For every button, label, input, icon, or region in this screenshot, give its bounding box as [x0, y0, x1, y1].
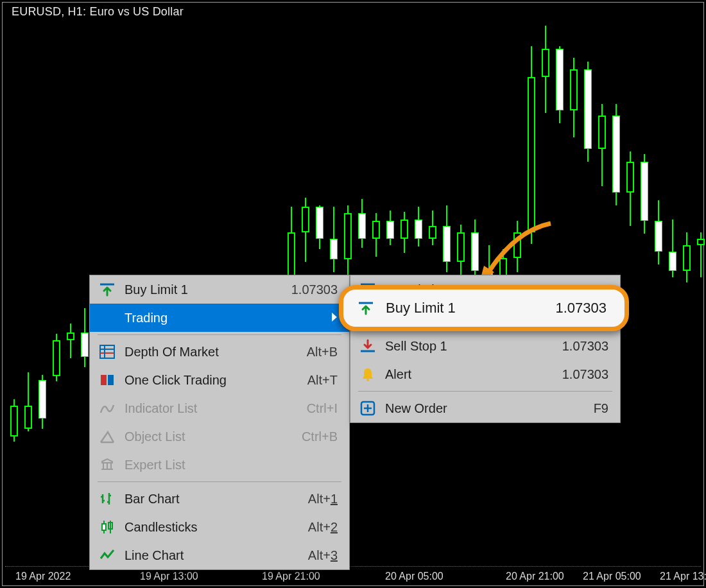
menu-label: Bar Chart: [125, 492, 289, 506]
menu-shortcut: Alt+T: [307, 373, 338, 388]
candle: [81, 308, 89, 367]
candle: [612, 104, 620, 205]
menu-item[interactable]: Trading: [90, 304, 349, 332]
candle: [316, 205, 323, 249]
svg-rect-1: [100, 345, 114, 358]
submenu-label: Alert: [385, 367, 537, 382]
menu-item: Expert List: [90, 451, 349, 479]
svg-point-14: [366, 379, 369, 381]
menu-label: Candlesticks: [125, 520, 289, 535]
menu-item[interactable]: Bar ChartAlt+1: [90, 485, 349, 513]
menu-shortcut: Alt+3: [308, 548, 338, 563]
buy-limit-value: 1.07303: [555, 300, 607, 316]
expert-icon: [98, 455, 117, 474]
submenu-value: 1.07303: [562, 339, 608, 354]
menu-label: Buy Limit 1: [125, 282, 272, 297]
menu-shortcut: Ctrl+B: [302, 429, 338, 444]
menu-separator: [98, 481, 341, 482]
new-order-icon: [358, 399, 377, 418]
svg-rect-6: [108, 375, 114, 385]
blank-icon: [98, 308, 117, 327]
menu-separator: [358, 391, 612, 392]
menu-shortcut: Alt+2: [308, 520, 338, 535]
menu-value: 1.07303: [291, 282, 338, 297]
submenu-value: 1.07303: [562, 367, 608, 382]
menu-label: Line Chart: [125, 548, 289, 563]
x-tick: 20 Apr 21:00: [506, 571, 564, 582]
submenu-item[interactable]: New OrderF9: [350, 394, 620, 422]
svg-rect-5: [101, 375, 107, 385]
candle: [542, 26, 549, 113]
candle: [556, 46, 564, 123]
menu-item: Object ListCtrl+B: [90, 422, 349, 451]
buy-limit-icon: [98, 280, 117, 299]
x-tick: 20 Apr 05:00: [385, 571, 443, 582]
candle: [513, 221, 521, 272]
menu-label: Depth Of Market: [125, 345, 288, 359]
menu-shortcut: Ctrl+I: [307, 401, 338, 416]
menu-item[interactable]: Line ChartAlt+3: [90, 541, 349, 569]
candle: [400, 212, 408, 253]
sell-stop-icon: [358, 336, 377, 356]
menu-item[interactable]: Depth Of MarketAlt+B: [90, 338, 349, 366]
candle: [358, 199, 366, 248]
menu-label: Indicator List: [125, 401, 288, 416]
candle: [288, 207, 295, 284]
menu-shortcut: Alt+B: [307, 345, 338, 359]
menu-shortcut: Alt+1: [308, 492, 338, 506]
candle: [429, 211, 436, 245]
candle: [626, 151, 634, 226]
candle: [697, 232, 705, 277]
candle: [10, 399, 18, 442]
chart-title: EURUSD, H1: Euro vs US Dollar: [12, 5, 184, 19]
menu-item[interactable]: One Click TradingAlt+T: [90, 366, 349, 394]
menu-label: Expert List: [125, 458, 338, 472]
candle: [641, 154, 648, 234]
candle: [528, 46, 535, 244]
depth-icon: [98, 342, 117, 361]
object-icon: [98, 427, 117, 446]
x-tick: 19 Apr 21:00: [262, 571, 320, 582]
candle: [570, 58, 578, 137]
submenu-label: Sell Stop 1: [385, 339, 537, 354]
candle: [344, 205, 352, 282]
candle: [655, 200, 662, 264]
candle: [598, 104, 606, 186]
submenu-value: F9: [594, 401, 608, 416]
indicator-icon: [98, 399, 117, 418]
menu-item[interactable]: Buy Limit 11.07303: [90, 275, 349, 304]
buy-limit-highlight[interactable]: Buy Limit 1 1.07303: [339, 285, 629, 331]
candle: [24, 372, 32, 431]
context-menu[interactable]: Buy Limit 11.07303TradingDepth Of Market…: [89, 275, 350, 570]
candle-icon: [98, 517, 117, 537]
candle: [415, 207, 422, 246]
alert-icon: [358, 365, 377, 384]
submenu-item[interactable]: Sell Stop 11.07303: [350, 332, 620, 360]
candle: [372, 213, 380, 257]
buy-limit-icon: [356, 298, 375, 318]
line-chart-icon: [98, 546, 117, 565]
candle: [330, 207, 338, 272]
menu-separator: [98, 334, 341, 335]
svg-rect-9: [102, 524, 106, 530]
x-tick: 19 Apr 2022: [15, 571, 71, 582]
menu-label: One Click Trading: [125, 373, 288, 388]
x-tick: 21 Apr 13:00: [660, 571, 706, 582]
candle: [39, 375, 46, 429]
candle: [53, 334, 60, 381]
candle: [386, 211, 394, 245]
menu-label: Trading: [125, 311, 318, 325]
candle: [669, 220, 676, 277]
submenu-item[interactable]: Alert1.07303: [350, 360, 620, 388]
candle: [443, 205, 451, 272]
x-tick: 19 Apr 13:00: [140, 571, 198, 582]
buy-limit-label: Buy Limit 1: [386, 300, 517, 316]
candle: [584, 62, 592, 162]
candle: [471, 220, 479, 279]
candle: [302, 198, 309, 262]
oneclick-icon: [98, 370, 117, 390]
candle: [683, 232, 691, 282]
bar-chart-icon: [98, 489, 117, 508]
menu-label: Object List: [125, 429, 282, 444]
menu-item[interactable]: CandlesticksAlt+2: [90, 513, 349, 541]
